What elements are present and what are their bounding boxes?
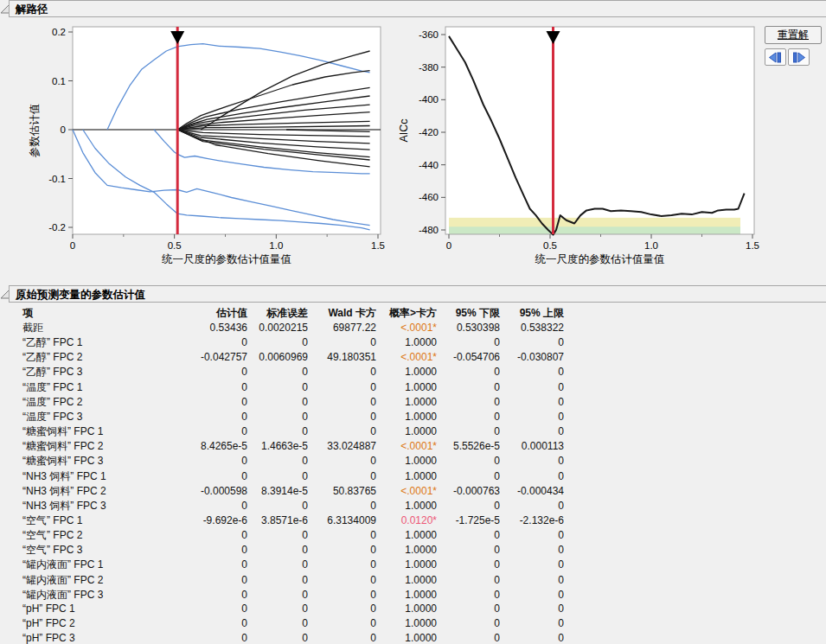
- cell-prob-chisq: 1.0000: [376, 529, 437, 541]
- table-row: “空气” FPC 30001.000000: [0, 543, 605, 558]
- cell-prob-chisq: <.0001*: [376, 440, 437, 452]
- cell-term: “温度” FPC 3: [0, 410, 170, 424]
- cell-wald-chisq: 49.180351: [308, 351, 376, 363]
- step-forward-icon: [791, 52, 806, 63]
- cell-prob-chisq: 1.0000: [376, 589, 437, 601]
- section-header-estimates[interactable]: 原始预测变量的参数估计值: [9, 285, 826, 303]
- y-tick-label: -440: [419, 160, 439, 170]
- cell-estimate: 0: [170, 544, 247, 556]
- cell-lower-95: 0.530398: [437, 322, 500, 334]
- cell-estimate: 0: [170, 411, 247, 423]
- cell-std-error: 0: [247, 470, 308, 482]
- cell-term: “罐内液面” FPC 1: [0, 558, 170, 572]
- cell-std-error: 0: [247, 455, 308, 467]
- cell-lower-95: 0: [437, 425, 500, 437]
- cell-upper-95: -2.132e-6: [500, 514, 564, 526]
- cell-term: “pH” FPC 3: [0, 632, 170, 644]
- table-header-row: 项估计值标准误差Wald 卡方概率>卡方95% 下限95% 上限: [0, 306, 605, 321]
- cell-upper-95: 0: [500, 544, 564, 556]
- cell-std-error: 0: [247, 574, 308, 586]
- cell-prob-chisq: 1.0000: [376, 425, 437, 437]
- cell-estimate: -0.000598: [170, 485, 247, 497]
- y-tick-label: -380: [419, 62, 439, 73]
- cell-estimate: 0: [170, 617, 247, 629]
- x-tick-label: 0: [70, 240, 75, 251]
- table-row: “糖蜜饲料” FPC 10001.000000: [0, 424, 605, 439]
- x-tick-label: 0.5: [168, 240, 182, 251]
- cell-lower-95: 0: [437, 617, 500, 629]
- cell-wald-chisq: 0: [308, 500, 376, 512]
- cell-term: 截距: [0, 321, 170, 335]
- cell-term: “罐内液面” FPC 2: [0, 573, 170, 588]
- table-row: “NH3 饲料” FPC 2-0.0005988.3914e-550.83765…: [0, 484, 605, 499]
- cell-upper-95: 0: [500, 529, 564, 541]
- cell-lower-95: 0: [437, 455, 500, 467]
- solution-path-charts[interactable]: 0.20.10-0.1-0.200.51.01.5统一尺度的参数估计值量值参数估…: [0, 0, 826, 285]
- cell-estimate: 0: [170, 455, 247, 467]
- parameter-path-plot[interactable]: 0.20.10-0.1-0.200.51.01.5统一尺度的参数估计值量值参数估…: [29, 27, 385, 265]
- cell-prob-chisq: 1.0000: [376, 366, 437, 378]
- cell-std-error: 0.0060969: [247, 351, 308, 363]
- cell-upper-95: 0: [500, 632, 564, 644]
- x-axis-title: 统一尺度的参数估计值量值: [535, 253, 665, 265]
- y-tick-label: -360: [419, 29, 439, 40]
- x-axis-title: 统一尺度的参数估计值量值: [162, 253, 291, 265]
- col-term: 项: [0, 306, 170, 321]
- cell-prob-chisq: 1.0000: [376, 603, 437, 615]
- cell-upper-95: 0.000113: [500, 440, 564, 452]
- aicc-plot[interactable]: -360-380-400-420-440-460-48000.51.01.5统一…: [398, 27, 759, 265]
- cell-lower-95: 0: [437, 529, 500, 541]
- table-row: “空气” FPC 1-9.692e-63.8571e-66.31340090.0…: [0, 513, 605, 528]
- cell-wald-chisq: 0: [308, 366, 376, 378]
- table-row: “乙醇” FPC 10001.000000: [0, 335, 605, 350]
- cell-wald-chisq: 0: [308, 544, 376, 556]
- cell-prob-chisq: <.0001*: [376, 485, 437, 497]
- table-row: “糖蜜饲料” FPC 30001.000000: [0, 454, 605, 469]
- y-tick-label: -400: [419, 94, 439, 105]
- table-row: “NH3 饲料” FPC 10001.000000: [0, 469, 605, 484]
- x-tick-label: 1.0: [269, 240, 283, 251]
- cell-wald-chisq: 0: [308, 617, 376, 629]
- x-tick-label: 1.5: [746, 240, 759, 251]
- table-row: “温度” FPC 30001.000000: [0, 410, 605, 424]
- cell-std-error: 0: [247, 617, 308, 629]
- cell-lower-95: 0: [437, 366, 500, 378]
- table-row: “乙醇” FPC 30001.000000: [0, 365, 605, 379]
- cell-lower-95: 0: [437, 336, 500, 348]
- cell-term: “糖蜜饲料” FPC 3: [0, 454, 170, 469]
- cell-std-error: 0: [247, 396, 308, 408]
- cell-upper-95: 0: [500, 589, 564, 601]
- cell-estimate: 0: [170, 470, 247, 482]
- table-row: 截距0.534360.002021569877.22<.0001*0.53039…: [0, 321, 605, 335]
- y-axis-title: 参数估计值: [29, 104, 41, 158]
- cell-prob-chisq: 1.0000: [376, 396, 437, 408]
- cell-upper-95: -0.030807: [500, 351, 564, 363]
- step-forward-button[interactable]: [788, 48, 810, 66]
- cell-lower-95: 0: [437, 381, 500, 393]
- cell-term: “温度” FPC 2: [0, 395, 170, 410]
- table-row: “温度” FPC 20001.000000: [0, 395, 605, 410]
- cell-std-error: 0: [247, 500, 308, 512]
- cell-upper-95: 0: [500, 425, 564, 437]
- col-wald-chisq: Wald 卡方: [308, 306, 376, 321]
- y-tick-label: 0.1: [52, 76, 66, 86]
- cell-estimate: -9.692e-6: [170, 514, 247, 526]
- table-row: “pH” FPC 20001.000000: [0, 617, 605, 632]
- col-std-error: 标准误差: [247, 306, 308, 321]
- cell-prob-chisq: 1.0000: [376, 470, 437, 482]
- cell-term: “pH” FPC 2: [0, 617, 170, 629]
- cell-std-error: 0.0020215: [247, 322, 308, 334]
- cell-lower-95: 0: [437, 574, 500, 586]
- cell-lower-95: 0: [437, 396, 500, 408]
- x-tick-label: 0: [446, 240, 451, 251]
- cell-upper-95: 0: [500, 381, 564, 393]
- step-backward-button[interactable]: [765, 48, 786, 66]
- cell-term: “NH3 饲料” FPC 2: [0, 484, 170, 499]
- cell-estimate: 0: [170, 425, 247, 437]
- table-row: “温度” FPC 10001.000000: [0, 380, 605, 395]
- cell-wald-chisq: 0: [308, 558, 376, 571]
- cell-lower-95: 0: [437, 632, 500, 644]
- x-tick-label: 1.0: [644, 240, 658, 251]
- x-tick-label: 0.5: [543, 240, 557, 251]
- reset-solution-button[interactable]: 重置解: [765, 26, 822, 44]
